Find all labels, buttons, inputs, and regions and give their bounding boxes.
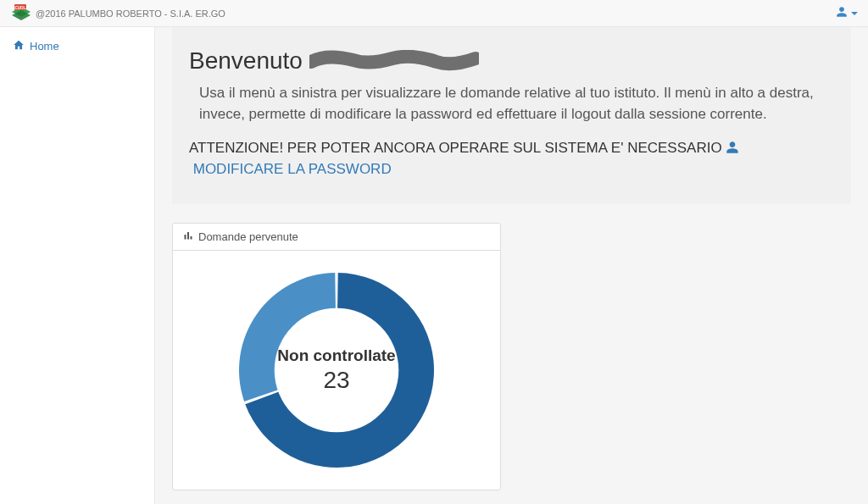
sidebar: Home [0,27,155,504]
logo-icon: SCUOLA [10,4,32,23]
home-icon [13,39,25,53]
welcome-lead: Usa il menù a sinistra per visualizzare … [199,83,824,125]
panel-body: Non controllate 23 [173,251,500,490]
welcome-text: Benvenuto [189,47,303,75]
sidebar-item-home[interactable]: Home [0,32,154,60]
svg-point-7 [275,307,399,432]
welcome-panel: Benvenuto Usa il menù a sinistra per vis… [172,27,851,204]
brand-text: @2016 PALUMBO ROBERTO - S.I.A. ER.GO [36,8,225,19]
svg-rect-4 [185,235,186,240]
topbar: SCUOLA @2016 PALUMBO ROBERTO - S.I.A. ER… [0,0,868,27]
panel-header: Domande pervenute [173,224,500,251]
attention-line: ATTENZIONE! PER POTER ANCORA OPERARE SUL… [189,138,834,180]
bar-chart-icon [183,230,193,243]
svg-rect-5 [187,232,189,240]
user-menu[interactable] [836,6,858,20]
user-icon [836,6,848,20]
svg-text:SCUOLA: SCUOLA [13,5,30,9]
main: Benvenuto Usa il menù a sinistra per vis… [155,27,868,504]
panel-title: Domande pervenute [198,230,298,243]
donut-chart: Non controllate 23 [231,264,442,476]
sidebar-item-label: Home [30,40,59,53]
user-icon [726,140,739,156]
page-title: Benvenuto [189,47,834,75]
brand: SCUOLA @2016 PALUMBO ROBERTO - S.I.A. ER… [10,4,225,23]
attention-prefix: ATTENZIONE! PER POTER ANCORA OPERARE SUL… [189,140,722,156]
requests-panel: Domande pervenute Non controllate 23 [172,223,501,490]
modify-password-link[interactable]: MODIFICARE LA PASSWORD [193,161,392,177]
chevron-down-icon [851,12,858,15]
layout: Home Benvenuto Usa il menù a sinistra pe… [0,27,868,504]
redacted-name [309,52,477,70]
svg-rect-6 [191,236,192,240]
